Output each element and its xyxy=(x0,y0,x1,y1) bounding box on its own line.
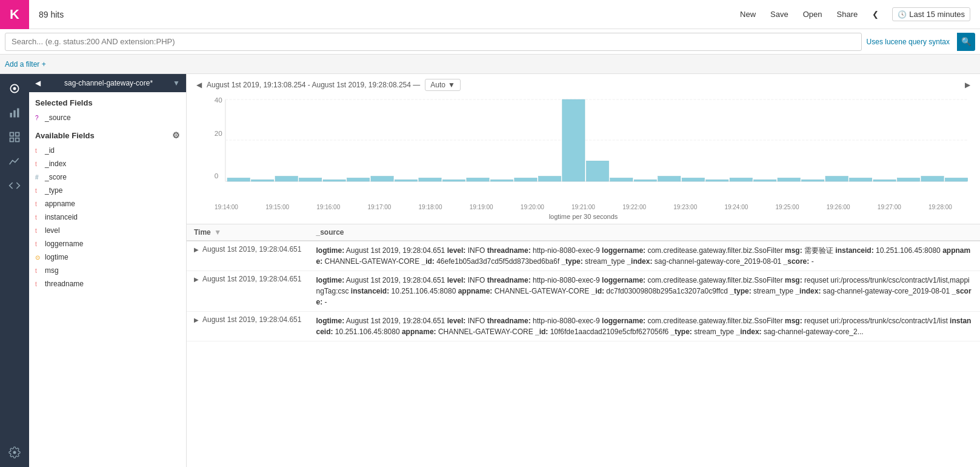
x-label: 19:20:00 xyxy=(521,204,544,210)
collapse-arrow[interactable]: ◀ xyxy=(35,79,41,87)
field-type-icon: t xyxy=(35,241,41,247)
field-item-instanceid[interactable]: tinstanceid xyxy=(29,210,186,224)
col-source-header[interactable]: _source xyxy=(308,224,980,241)
logo[interactable]: K xyxy=(0,0,29,29)
auto-label: Auto xyxy=(430,81,445,89)
fields-panel: ◀ sag-channel-gateway-core* ▼ Selected F… xyxy=(29,74,187,467)
field-name-label: _index xyxy=(45,160,66,168)
expand-row-button[interactable]: ▶ xyxy=(194,317,199,323)
add-filter[interactable]: Add a filter + xyxy=(5,60,46,69)
field-name-label: appname xyxy=(45,200,75,208)
field-item-appname[interactable]: tappname xyxy=(29,197,186,210)
source-cell: logtime: August 1st 2019, 19:28:04.651 l… xyxy=(308,241,980,271)
main-layout: ◀ sag-channel-gateway-core* ▼ Selected F… xyxy=(0,74,980,467)
results-body: ▶August 1st 2019, 19:28:04.651logtime: A… xyxy=(187,241,980,341)
sidebar-icon-devtools[interactable] xyxy=(5,176,24,195)
x-label: 19:14:00 xyxy=(215,204,238,210)
field-name-label: _id xyxy=(45,146,55,155)
svg-rect-43 xyxy=(873,180,896,181)
field-item-loggername[interactable]: tloggername xyxy=(29,237,186,250)
svg-rect-37 xyxy=(730,178,752,181)
sidebar-icon-timelion[interactable] xyxy=(5,152,24,171)
available-fields-list: t_idt_index#_scoret_typetappnametinstanc… xyxy=(29,144,186,291)
search-input[interactable] xyxy=(5,33,862,51)
field-item-_index[interactable]: t_index xyxy=(29,157,186,170)
table-row: ▶August 1st 2019, 19:28:04.651logtime: A… xyxy=(187,312,980,341)
field-source[interactable]: ? _source xyxy=(29,111,186,124)
field-item-logtime[interactable]: ⊙logtime xyxy=(29,250,186,264)
svg-rect-39 xyxy=(778,178,800,181)
svg-rect-16 xyxy=(227,178,250,181)
source-cell: logtime: August 1st 2019, 19:28:04.651 l… xyxy=(308,271,980,312)
time-range-selector[interactable]: 🕓 Last 15 minutes xyxy=(892,7,970,21)
svg-rect-35 xyxy=(682,178,704,181)
svg-rect-28 xyxy=(515,178,537,181)
svg-rect-7 xyxy=(10,138,14,142)
field-item-level[interactable]: tlevel xyxy=(29,224,186,237)
field-item-_id[interactable]: t_id xyxy=(29,144,186,157)
index-dropdown-arrow[interactable]: ▼ xyxy=(173,79,180,87)
expand-row-button[interactable]: ▶ xyxy=(194,246,199,253)
sidebar-icon-management[interactable] xyxy=(5,443,24,462)
svg-rect-38 xyxy=(754,180,776,181)
field-type-icon: t xyxy=(35,267,41,274)
x-label: 19:19:00 xyxy=(470,204,493,210)
svg-rect-34 xyxy=(658,176,681,181)
sidebar-icon-visualize[interactable] xyxy=(5,103,24,123)
time-range-label: Last 15 minutes xyxy=(909,10,965,19)
filter-bar: Add a filter + xyxy=(0,55,980,74)
field-type-icon: t xyxy=(35,227,41,234)
svg-rect-36 xyxy=(706,180,728,181)
x-label: 19:23:00 xyxy=(673,204,697,210)
save-button[interactable]: Save xyxy=(764,7,795,21)
time-cell: ▶August 1st 2019, 19:28:04.651 xyxy=(187,241,308,271)
x-label: 19:26:00 xyxy=(827,204,850,210)
field-type-icon: ⊙ xyxy=(35,254,41,261)
field-type-icon: ? xyxy=(35,115,41,121)
selected-fields-header: Selected Fields xyxy=(29,92,186,111)
field-item-_type[interactable]: t_type xyxy=(29,184,186,197)
svg-rect-2 xyxy=(10,113,12,118)
field-name-label: threadname xyxy=(45,280,84,288)
gear-icon[interactable]: ⚙ xyxy=(172,130,180,140)
lucene-hint[interactable]: Uses lucene query syntax xyxy=(867,38,950,46)
x-label: 19:15:00 xyxy=(265,204,289,210)
available-fields-label: Available Fields xyxy=(35,131,95,140)
svg-text:20: 20 xyxy=(215,130,222,137)
field-item-_score[interactable]: #_score xyxy=(29,170,186,184)
open-button[interactable]: Open xyxy=(797,7,828,21)
svg-rect-20 xyxy=(323,180,345,181)
svg-rect-19 xyxy=(299,178,322,181)
x-label: 19:28:00 xyxy=(928,204,952,210)
chart-subtitle: logtime per 30 seconds xyxy=(196,212,970,224)
field-item-msg[interactable]: tmsg xyxy=(29,264,186,277)
table-row: ▶August 1st 2019, 19:28:04.651logtime: A… xyxy=(187,271,980,312)
field-item-threadname[interactable]: tthreadname xyxy=(29,277,186,291)
svg-rect-33 xyxy=(634,180,656,181)
expand-row-button[interactable]: ▶ xyxy=(194,276,199,283)
field-type-icon: t xyxy=(35,161,41,167)
field-type-icon: t xyxy=(35,281,41,287)
svg-rect-18 xyxy=(275,176,298,181)
sidebar-icon-discover[interactable] xyxy=(5,79,24,98)
sort-arrow: ▼ xyxy=(214,228,221,237)
index-selector[interactable]: ◀ sag-channel-gateway-core* ▼ xyxy=(29,74,186,92)
histogram-chart[interactable]: 40 20 0 xyxy=(196,93,970,190)
svg-rect-27 xyxy=(490,180,513,181)
time-cell: ▶August 1st 2019, 19:28:04.651 xyxy=(187,271,308,312)
field-type-icon: # xyxy=(35,174,41,181)
svg-rect-29 xyxy=(538,176,561,181)
x-label: 19:18:00 xyxy=(419,204,442,210)
share-button[interactable]: Share xyxy=(831,7,864,21)
top-nav: New Save Open Share ❮ 🕓 Last 15 minutes xyxy=(734,7,970,21)
results-area[interactable]: Time ▼ _source ▶August 1st 2019, 19:28:0… xyxy=(187,224,980,467)
back-button[interactable]: ❮ xyxy=(866,7,885,21)
search-button[interactable]: 🔍 xyxy=(957,33,975,51)
col-time-header[interactable]: Time ▼ xyxy=(187,224,308,241)
new-button[interactable]: New xyxy=(734,7,762,21)
auto-select[interactable]: Auto ▼ xyxy=(425,79,461,91)
svg-rect-32 xyxy=(610,178,633,181)
chart-nav-right[interactable]: ▶ xyxy=(965,81,970,89)
sidebar-icon-dashboard[interactable] xyxy=(5,127,24,147)
chart-nav-left[interactable]: ◀ xyxy=(196,81,202,89)
